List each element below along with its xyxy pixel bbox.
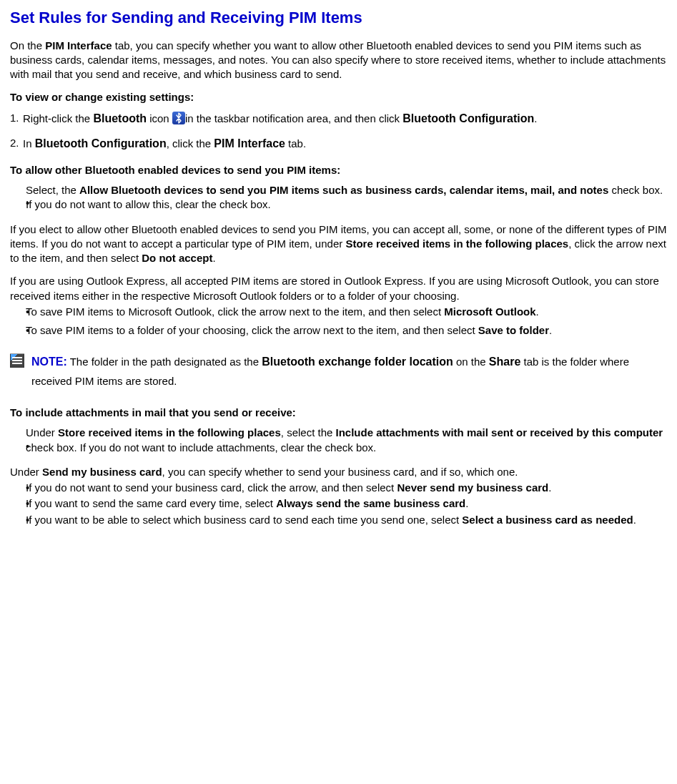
page-title: Set Rules for Sending and Receiving PIM … bbox=[10, 7, 667, 29]
bullet-body: Select, the Allow Bluetooth devices to s… bbox=[26, 183, 667, 212]
text: icon bbox=[147, 112, 172, 124]
text: In bbox=[23, 137, 35, 150]
text: Right-click the bbox=[23, 112, 93, 124]
step-body: In Bluetooth Configuration, click the PI… bbox=[23, 136, 667, 152]
term-exchange-folder: Bluetooth exchange folder location bbox=[262, 356, 453, 368]
term-pim-interface: PIM Interface bbox=[214, 137, 285, 150]
text: on the bbox=[453, 356, 489, 368]
text: To save PIM items to a folder of your ch… bbox=[26, 324, 478, 336]
text: On the bbox=[10, 39, 45, 52]
term-store-received: Store received items in the following pl… bbox=[345, 237, 568, 250]
text: To save PIM items to Microsoft Outlook, … bbox=[26, 305, 444, 318]
text: tab. bbox=[285, 137, 306, 150]
heading-allow-send: To allow other Bluetooth enabled devices… bbox=[10, 163, 667, 177]
note-icon bbox=[10, 353, 24, 368]
bullet-card-select: • If you want to be able to select which… bbox=[10, 513, 667, 529]
bullet-body: Under Store received items in the follow… bbox=[26, 426, 667, 455]
bullet-save-outlook: • To save PIM items to Microsoft Outlook… bbox=[10, 305, 667, 320]
term-include-attachments: Include attachments with mail sent or re… bbox=[336, 426, 663, 438]
bullet-card-always: • If you want to send the same card ever… bbox=[10, 496, 667, 512]
bullet-body: If you want to be able to select which b… bbox=[26, 513, 667, 529]
bullet-body: If you want to send the same card every … bbox=[26, 496, 667, 512]
text: Under bbox=[10, 466, 42, 478]
term-select-as-needed: Select a business card as needed bbox=[462, 514, 633, 526]
bullet-body: To save PIM items to Microsoft Outlook, … bbox=[26, 305, 667, 320]
text: If you want to be able to select which b… bbox=[26, 514, 462, 526]
text: , click the bbox=[167, 137, 214, 150]
term-bluetooth-configuration: Bluetooth Configuration bbox=[402, 112, 534, 124]
term-microsoft-outlook: Microsoft Outlook bbox=[444, 305, 535, 318]
term-allow-checkbox: Allow Bluetooth devices to send you PIM … bbox=[79, 184, 608, 196]
text: . bbox=[465, 497, 468, 509]
text: . bbox=[534, 112, 537, 124]
step-2: 2. In Bluetooth Configuration, click the… bbox=[10, 136, 667, 152]
ordered-steps: 1. Right-click the Bluetooth icon in the… bbox=[10, 111, 667, 152]
step-number: 1. bbox=[10, 111, 23, 127]
note-label: NOTE: bbox=[31, 356, 67, 368]
heading-attachments: To include attachments in mail that you … bbox=[10, 406, 667, 420]
text: , you can specify whether to send your b… bbox=[162, 466, 518, 478]
note-block: NOTE: The folder in the path designated … bbox=[10, 352, 667, 390]
bullet-allow: • Select, the Allow Bluetooth devices to… bbox=[10, 183, 667, 212]
text: check box. If you do not want to include… bbox=[26, 441, 376, 454]
term-pim-interface: PIM Interface bbox=[45, 39, 112, 52]
step-1: 1. Right-click the Bluetooth icon in the… bbox=[10, 111, 667, 127]
bullet-save-folder: • To save PIM items to a folder of your … bbox=[10, 323, 667, 339]
text: If you do not want to send your business… bbox=[26, 481, 397, 494]
text: . bbox=[548, 481, 551, 494]
bullet-body: If you do not want to send your business… bbox=[26, 481, 667, 496]
bullet-card-never: • If you do not want to send your busine… bbox=[10, 481, 667, 496]
bullet-attachments: • Under Store received items in the foll… bbox=[10, 426, 667, 455]
intro-paragraph: On the PIM Interface tab, you can specif… bbox=[10, 39, 667, 82]
term-bluetooth: Bluetooth bbox=[93, 112, 147, 124]
term-do-not-accept: Do not accept bbox=[142, 252, 212, 264]
term-always-send: Always send the same business card bbox=[276, 497, 465, 509]
text: . bbox=[633, 514, 636, 526]
text: The folder in the path designated as the bbox=[67, 356, 262, 368]
note-body: NOTE: The folder in the path designated … bbox=[31, 352, 667, 390]
term-save-to-folder: Save to folder bbox=[478, 324, 549, 336]
text: in the taskbar notification area, and th… bbox=[185, 112, 402, 124]
term-share: Share bbox=[489, 356, 520, 368]
term-store-received: Store received items in the following pl… bbox=[58, 426, 281, 438]
text: If you want to send the same card every … bbox=[26, 497, 276, 509]
text: . bbox=[536, 305, 539, 318]
term-send-my-card: Send my business card bbox=[42, 466, 162, 478]
bullet-body: To save PIM items to a folder of your ch… bbox=[26, 323, 667, 339]
text: , select the bbox=[281, 426, 336, 438]
bluetooth-icon bbox=[172, 112, 185, 124]
term-bluetooth-configuration: Bluetooth Configuration bbox=[35, 137, 167, 150]
step-number: 2. bbox=[10, 136, 23, 152]
text: . bbox=[212, 252, 215, 264]
text: Select, the bbox=[26, 184, 79, 196]
paragraph-elect: If you elect to allow other Bluetooth en… bbox=[10, 222, 667, 266]
text: Under bbox=[26, 426, 58, 438]
heading-view-change: To view or change existing settings: bbox=[10, 90, 667, 104]
step-body: Right-click the Bluetooth icon in the ta… bbox=[23, 111, 667, 127]
term-never-send: Never send my business card bbox=[397, 481, 548, 494]
paragraph-outlook: If you are using Outlook Express, all ac… bbox=[10, 274, 667, 303]
text: . bbox=[549, 324, 552, 336]
paragraph-send-card: Under Send my business card, you can spe… bbox=[10, 465, 667, 479]
